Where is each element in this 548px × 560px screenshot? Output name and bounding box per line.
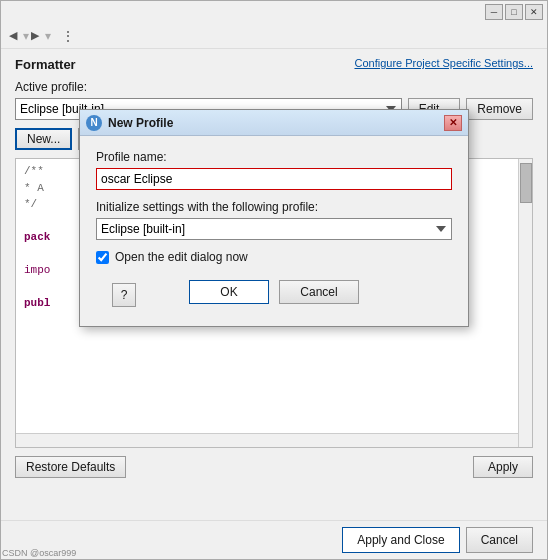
- new-profile-dialog: N New Profile ✕ Profile name: Initialize…: [79, 109, 469, 327]
- dialog-button-row: ? OK Cancel: [96, 280, 452, 316]
- dialog-body: Profile name: Initialize settings with t…: [80, 136, 468, 326]
- open-edit-checkbox[interactable]: [96, 251, 109, 264]
- modal-overlay: N New Profile ✕ Profile name: Initialize…: [1, 49, 547, 520]
- init-profile-select[interactable]: Eclipse [built-in]: [96, 218, 452, 240]
- dialog-buttons: OK Cancel: [96, 280, 452, 310]
- minimize-button[interactable]: ─: [485, 4, 503, 20]
- dialog-title: New Profile: [108, 116, 444, 130]
- watermark: CSDN @oscar999: [2, 548, 76, 558]
- checkbox-label: Open the edit dialog now: [115, 250, 248, 264]
- nav-forward-separator: ▾: [45, 29, 51, 43]
- nav-bar: ◀ ▾ ▶ ▾ ⋮: [1, 23, 547, 49]
- help-button[interactable]: ?: [112, 283, 136, 307]
- dialog-cancel-button[interactable]: Cancel: [279, 280, 359, 304]
- dialog-icon: N: [86, 115, 102, 131]
- profile-name-input[interactable]: [96, 168, 452, 190]
- nav-forward-icon[interactable]: ▶: [31, 29, 39, 42]
- close-button[interactable]: ✕: [525, 4, 543, 20]
- maximize-button[interactable]: □: [505, 4, 523, 20]
- dialog-titlebar: N New Profile ✕: [80, 110, 468, 136]
- profile-name-label: Profile name:: [96, 150, 452, 164]
- formatter-window: ─ □ ✕ ◀ ▾ ▶ ▾ ⋮ Formatter Configure Proj…: [0, 0, 548, 560]
- nav-back-icon[interactable]: ◀: [9, 29, 17, 42]
- ok-button[interactable]: OK: [189, 280, 269, 304]
- bottom-bar: Apply and Close Cancel: [1, 520, 547, 559]
- dialog-close-button[interactable]: ✕: [444, 115, 462, 131]
- checkbox-row: Open the edit dialog now: [96, 250, 452, 264]
- nav-separator: ▾: [23, 29, 29, 43]
- init-settings-label: Initialize settings with the following p…: [96, 200, 452, 214]
- apply-close-button[interactable]: Apply and Close: [342, 527, 459, 553]
- dialog-icon-letter: N: [90, 117, 97, 128]
- title-bar: ─ □ ✕: [1, 1, 547, 23]
- cancel-button[interactable]: Cancel: [466, 527, 533, 553]
- main-content: Formatter Configure Project Specific Set…: [1, 49, 547, 520]
- nav-dots-menu[interactable]: ⋮: [61, 28, 76, 44]
